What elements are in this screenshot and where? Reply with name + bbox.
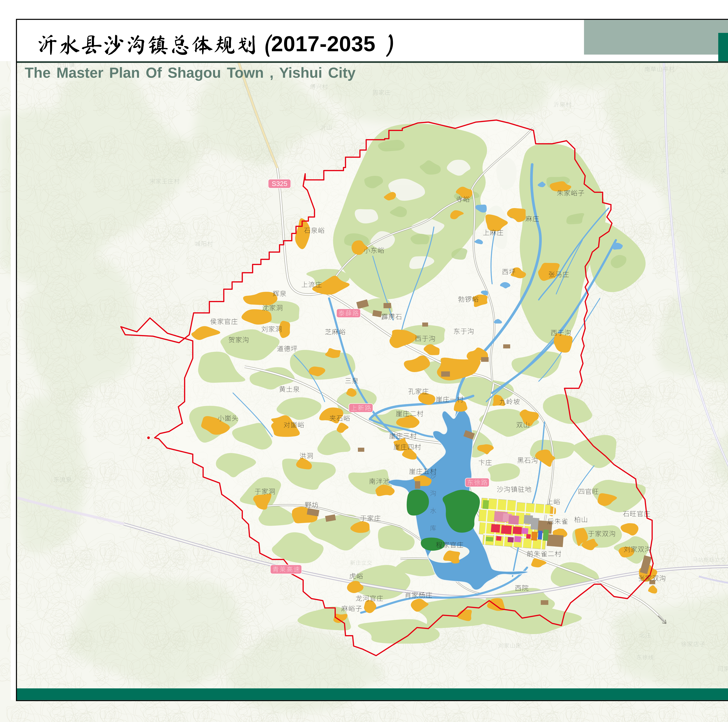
svg-text:2017-2035: 2017-2035: [271, 32, 376, 56]
svg-text:S325: S325: [272, 180, 287, 188]
svg-text:The Master Plan Of Shagou Town: The Master Plan Of Shagou Town , Yishui …: [25, 64, 356, 81]
